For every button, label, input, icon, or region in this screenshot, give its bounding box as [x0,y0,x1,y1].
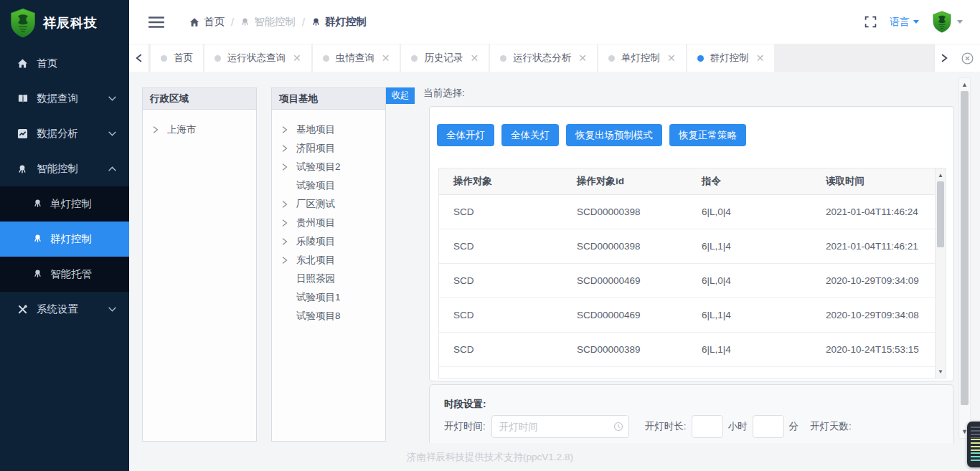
tree-item-label: 东北项目 [296,254,335,267]
tab-run-status-analysis[interactable]: 运行状态分析 ✕ [490,44,597,72]
sidebar-item-label: 系统设置 [37,303,78,316]
tab-close-icon[interactable]: ✕ [293,53,301,63]
tab-status-dot [608,55,615,62]
cell: 2020-10-29T09:34:08 [811,298,946,332]
language-selector[interactable]: 语言 [890,16,919,29]
sidebar-item-label: 智能控制 [37,162,78,176]
tab-insect-query[interactable]: 虫情查询 ✕ [313,44,400,72]
restore-normal-strategy-button[interactable]: 恢复正常策略 [669,124,746,146]
tab-status-dot [215,55,221,62]
sidebar-item-single-lamp-control[interactable]: 单灯控制 [0,186,129,222]
lamp-icon [33,199,42,210]
tabs-scroll-right-button[interactable] [934,44,954,72]
duration-hours-input[interactable] [692,415,723,438]
chevron-right-icon[interactable] [282,163,291,171]
fullscreen-icon[interactable] [864,16,877,28]
cell: SCD00000469 [562,298,687,332]
on-time-input[interactable] [491,415,629,438]
tree-item-project[interactable]: 贵州项目 [272,214,385,232]
tree-item-shanghai[interactable]: 上海市 [143,120,256,139]
cell: SCD00000469 [562,264,687,298]
sidebar-item-smart-control[interactable]: 智能控制 [0,151,129,186]
footer-text: 济南祥辰科技提供技术支持(ppcV1.2.8) [129,451,851,464]
tab-home[interactable]: 首页 [151,44,203,72]
content-scrollbar[interactable]: ▲ ▼ [958,77,971,439]
close-all-tabs-icon[interactable] [954,44,980,72]
breadcrumb-smart-control[interactable]: 智能控制 [240,15,296,29]
tab-close-icon[interactable]: ✕ [578,53,587,63]
tab-close-icon[interactable]: ✕ [756,53,765,63]
breadcrumb-separator: / [231,16,234,28]
restore-factory-mode-button[interactable]: 恢复出场预制模式 [566,124,662,146]
tab-close-icon[interactable]: ✕ [470,53,479,63]
caret-down-icon [957,20,963,24]
tree-item-project[interactable]: 日照茶园 [272,270,385,288]
chevron-right-icon[interactable] [282,201,291,208]
tree-item-project[interactable]: 厂区测试 [272,195,385,214]
tree-item-project[interactable]: 试验项目 [272,176,385,195]
sidebar-item-label: 数据查询 [37,92,78,105]
hamburger-menu-icon[interactable] [148,16,165,29]
tab-close-icon[interactable]: ✕ [667,53,676,63]
chevron-right-icon[interactable] [282,238,291,245]
minute-unit-label: 分 [789,420,799,433]
collapse-panel-button[interactable]: 收起 [386,87,415,104]
chevron-right-icon[interactable] [282,257,291,264]
table-row: SCD SCD00000469 6|L,0|4 2020-10-29T09:34… [439,264,946,298]
sidebar-item-data-analysis[interactable]: 数据分析 [0,116,129,151]
brand-name: 祥辰科技 [43,14,98,32]
tab-close-icon[interactable]: ✕ [382,53,390,63]
tree-item-label: 日照茶园 [296,272,335,285]
tab-bar: 首页 运行状态查询 ✕ 虫情查询 ✕ 历史记录 ✕ 运行状态分析 ✕ 单灯控制 … [129,44,980,72]
chevron-up-icon [108,166,116,171]
all-lights-on-button[interactable]: 全体开灯 [437,124,494,146]
duration-minutes-input[interactable] [753,415,784,438]
topbar-right-controls: 语言 [864,11,963,33]
scrollbar-thumb[interactable] [937,181,944,247]
sidebar-item-data-query[interactable]: 数据查询 [0,81,129,116]
sidebar-item-smart-hosting[interactable]: 智能托管 [0,257,129,292]
smart-control-submenu: 单灯控制 群灯控制 智能托管 [0,186,129,292]
tree-item-project[interactable]: 试验项目8 [272,307,385,325]
scrollbar-thumb[interactable] [961,91,969,405]
chevron-right-icon[interactable] [282,219,291,227]
table-row: SCD SCD00000389 6|L,1|4 2020-10-24T15:53… [439,333,946,367]
cell: 6|L,0|4 [687,264,811,298]
tree-item-project[interactable]: 东北项目 [272,251,385,270]
scroll-up-icon[interactable]: ▲ [936,170,946,180]
sidebar-item-system-settings[interactable]: 系统设置 [0,292,129,327]
projects-panel: 项目基地 基地项目 济阳项目 试验项目2 试验项目 厂区测试 贵州项目 [271,87,386,442]
chevron-right-icon[interactable] [282,126,291,133]
sidebar-item-group-lamp-control[interactable]: 群灯控制 [0,222,129,257]
avatar [932,11,952,33]
tab-label: 单灯控制 [621,52,660,65]
table-scrollbar[interactable]: ▲ ▼ [935,168,946,378]
tabs-scroll-left-button[interactable] [129,44,149,72]
tab-run-status-query[interactable]: 运行状态查询 ✕ [204,44,311,72]
tree-item-project[interactable]: 济阳项目 [272,139,385,158]
chevron-right-icon[interactable] [282,145,291,152]
tree-item-label: 试验项目1 [296,291,341,304]
sidebar-item-label: 数据分析 [37,127,78,141]
tab-status-dot [500,55,507,62]
tree-item-project[interactable]: 基地项目 [272,120,385,139]
tab-history[interactable]: 历史记录 ✕ [401,44,489,72]
all-lights-off-button[interactable]: 全体关灯 [501,124,559,146]
breadcrumb-home[interactable]: 首页 [189,15,225,29]
breadcrumb: 首页 / 智能控制 / 群灯控制 [189,15,367,29]
tab-label: 虫情查询 [336,52,374,65]
sidebar-item-home[interactable]: 首页 [0,46,129,81]
tree-item-project[interactable]: 乐陵项目 [272,232,385,251]
tree-item-project[interactable]: 试验项目1 [272,288,385,307]
tab-single-lamp-control[interactable]: 单灯控制 ✕ [598,44,686,72]
tree-item-project[interactable]: 试验项目2 [272,158,385,176]
breadcrumb-label: 首页 [204,15,225,29]
time-settings-box: 时段设置: 开灯时间: 开灯时长: 小时 分 开灯天数: [429,384,954,443]
scroll-down-icon[interactable]: ▼ [936,366,946,376]
chevron-right-icon[interactable] [153,126,161,133]
scroll-up-icon[interactable]: ▲ [959,79,970,90]
user-avatar-menu[interactable] [932,11,963,33]
current-selection-label: 当前选择: [423,87,465,100]
table-row: SCD SCD00000398 6|L,1|4 2021-01-04T11:46… [439,229,946,264]
tab-group-lamp-control[interactable]: 群灯控制 ✕ [687,44,775,72]
